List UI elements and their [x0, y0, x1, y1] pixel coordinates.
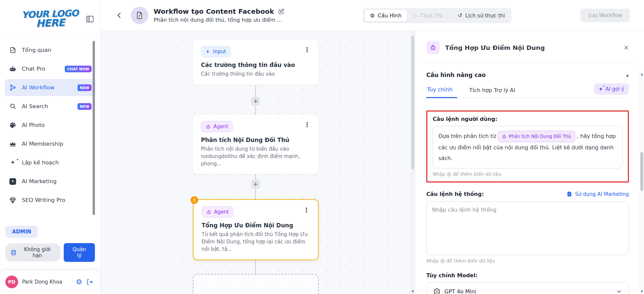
panel-header: Tổng Hợp Ưu Điểm Nội Dung ✕ — [426, 31, 629, 57]
system-prompt-input[interactable]: Nhập câu lệnh hệ thống — [426, 202, 629, 255]
add-action-node[interactable]: Thêm hành động — [193, 274, 319, 294]
user-name: Park Dong Khoa — [22, 279, 72, 285]
sidebar-scrollbar[interactable] — [93, 41, 95, 215]
lightning-icon — [206, 49, 210, 54]
user-row[interactable]: PD Park Dong Khoa ⚙ — [0, 271, 100, 294]
scroll-down-icon[interactable]: ▼ — [411, 290, 415, 293]
overview-icon — [9, 47, 17, 54]
tab-thuc-thi[interactable]: ▷ Thực Thi — [408, 9, 448, 22]
node-agent-tong-hop[interactable]: ! Agent ⋮ Tổng Hợp Ưu Điểm Nội Dung Từ k… — [193, 199, 319, 260]
use-ai-marketing-label: Sử dụng AI Marketing — [575, 191, 629, 197]
node-desc: Các trường thông tin đầu vào — [201, 71, 311, 78]
tab-label: Cấu Hình — [378, 13, 401, 19]
play-icon: ▷ — [413, 13, 417, 18]
node-desc: Từ kết quả phân tích đối thủ Tổng Hợp Ưu… — [202, 231, 310, 253]
panel-scrollbar[interactable]: ▲ ▼ — [640, 72, 644, 294]
tab-label: Thực Thi — [420, 13, 442, 19]
ai-suggest-button[interactable]: ✦✦ AI gợi ý — [594, 83, 629, 95]
workflow-canvas[interactable]: Input ⋮ Các trường thông tin đầu vào Các… — [101, 31, 415, 294]
workflow-title: Workflow tạo Content Facebook — [154, 7, 274, 15]
sidebar-item-ai-photo[interactable]: AI Photo — [5, 117, 96, 134]
agent-badge: Agent — [201, 121, 233, 132]
model-select[interactable]: GPT 4o Mini — [426, 282, 629, 294]
prompt-text: Dựa trên phân tích từ — [438, 133, 498, 139]
tab-tich-hop-tro-ly-ai[interactable]: Tích hợp Trợ lý AI — [469, 87, 520, 98]
edit-icon[interactable] — [278, 8, 284, 15]
node-agent-phan-tich[interactable]: Agent ⋮ Phân tích Nội Dung Đối Thủ Phân … — [193, 115, 319, 174]
settings-gear-icon[interactable]: ⚙ — [76, 279, 82, 286]
scroll-up-icon[interactable]: ▲ — [640, 73, 644, 76]
sidebar-item-label: SEO Writing Pro — [22, 197, 65, 203]
admin-badge: ADMIN — [5, 226, 38, 238]
robot-icon — [206, 210, 211, 215]
document-icon — [567, 191, 572, 197]
sidebar-collapse-icon[interactable] — [86, 15, 94, 23]
node-menu-icon[interactable]: ⋮ — [303, 206, 310, 214]
robot-icon — [206, 124, 211, 129]
back-icon[interactable] — [115, 11, 123, 19]
marketing-square-icon: ✦ — [9, 178, 17, 185]
user-prompt-hint: Nhập @ để thêm biến dữ liệu — [433, 171, 623, 177]
logout-icon[interactable] — [86, 278, 94, 286]
manage-button[interactable]: Quản lý — [64, 243, 95, 262]
workflow-titles: Workflow tạo Content Facebook Phân tích … — [154, 7, 284, 23]
tab-tuy-chinh[interactable]: Tùy chỉnh — [426, 86, 457, 98]
warning-icon: ! — [191, 196, 198, 204]
workflow-file-icon — [131, 7, 148, 24]
panel-scrollbar-thumb[interactable] — [640, 152, 643, 191]
coins-icon — [10, 249, 17, 256]
scroll-down-icon[interactable]: ▼ — [640, 290, 644, 293]
node-title: Các trường thông tin đầu vào — [201, 62, 311, 68]
tab-lich-su-thuc-thi[interactable]: ↺ Lịch sử thực thi — [452, 9, 511, 22]
sidebar-item-tong-quan[interactable]: Tổng quan — [5, 42, 96, 59]
chat-now-badge: CHAT NOW — [65, 66, 92, 72]
node-title: Phân tích Nội Dung Đối Thủ — [201, 137, 311, 143]
collapse-up-icon[interactable]: ▲ — [626, 73, 629, 77]
logo-area: YOUR LOGO HERE — [0, 0, 100, 38]
close-icon[interactable]: ✕ — [624, 44, 629, 51]
canvas-scrollbar[interactable]: ▼ — [411, 31, 415, 294]
node-config-panel: Tổng Hợp Ưu Điểm Nội Dung ✕ Cấu hình nân… — [415, 31, 644, 294]
new-badge: NEW — [77, 84, 92, 91]
node-menu-icon[interactable]: ⋮ — [304, 121, 311, 128]
sidebar-item-label: AI Photo — [22, 122, 45, 128]
unlimited-plan-button[interactable]: Không giới hạn — [5, 243, 60, 262]
tab-cau-hinh[interactable]: ⚙ Cấu Hình — [364, 9, 407, 22]
node-menu-icon[interactable]: ⋮ — [304, 46, 311, 53]
use-ai-marketing-link[interactable]: Sử dụng AI Marketing — [567, 191, 629, 197]
chevron-down-icon — [616, 288, 622, 294]
advanced-config-section[interactable]: Cấu hình nâng cao ▲ — [426, 72, 629, 78]
workarea: Input ⋮ Các trường thông tin đầu vào Các… — [101, 31, 644, 294]
user-prompt-highlight: Câu lệnh người dùng: Dựa trên phân tích … — [426, 111, 629, 182]
sidebar-item-seo-writing-pro[interactable]: SEO Writing Pro — [5, 192, 96, 209]
sidebar-item-chat-pro[interactable]: Chat Pro CHAT NOW — [5, 60, 96, 77]
add-step-button[interactable]: + — [251, 97, 260, 105]
sidebar-item-label: AI Workflow — [22, 84, 54, 91]
model-label: Tùy chỉnh Model: — [426, 272, 629, 279]
unlimited-plan-label: Không giới hạn — [19, 246, 55, 259]
canvas-scrollbar-thumb[interactable] — [411, 35, 414, 169]
sidebar-item-ai-search[interactable]: AI Search NEW — [5, 98, 96, 115]
sidebar-item-ai-workflow[interactable]: AI Workflow NEW — [5, 79, 96, 96]
variable-chip[interactable]: Phân tích Nội Dung Đối Thủ — [498, 131, 575, 142]
user-prompt-label: Câu lệnh người dùng: — [433, 116, 623, 122]
user-prompt-input[interactable]: Dựa trên phân tích từ Phân tích Nội Dung… — [433, 126, 623, 168]
chat-robot-icon — [9, 65, 17, 73]
sidebar-item-label: AI Marketing — [22, 178, 57, 185]
panel-divider — [422, 62, 633, 63]
ai-suggest-label: AI gợi ý — [605, 86, 624, 92]
logo: YOUR LOGO HERE — [21, 9, 79, 29]
sparkles-icon: ✦✦ — [9, 160, 17, 165]
sidebar-item-label: Chat Pro — [22, 66, 45, 72]
sidebar-item-ai-marketing[interactable]: ✦ AI Marketing — [5, 173, 96, 190]
node-input[interactable]: Input ⋮ Các trường thông tin đầu vào Các… — [193, 40, 319, 85]
system-prompt-header: Câu lệnh hệ thống: Sử dụng AI Marketing — [426, 191, 629, 197]
workflow-subtitle: Phân tích nội dung đối thủ, tổng hợp ưu … — [154, 17, 284, 23]
avatar: PD — [5, 276, 18, 288]
sidebar-item-ai-membership[interactable]: AI Membership — [5, 135, 96, 152]
sidebar-item-lap-ke-hoach[interactable]: ✦✦ Lập kế hoạch — [5, 154, 96, 171]
sidebar-nav: Tổng quan Chat Pro CHAT NOW AI Workflow … — [0, 38, 100, 210]
openai-logo-icon — [433, 288, 441, 294]
save-workflow-button[interactable]: Lưu Workflow — [581, 9, 630, 22]
add-step-button[interactable]: + — [251, 180, 260, 189]
